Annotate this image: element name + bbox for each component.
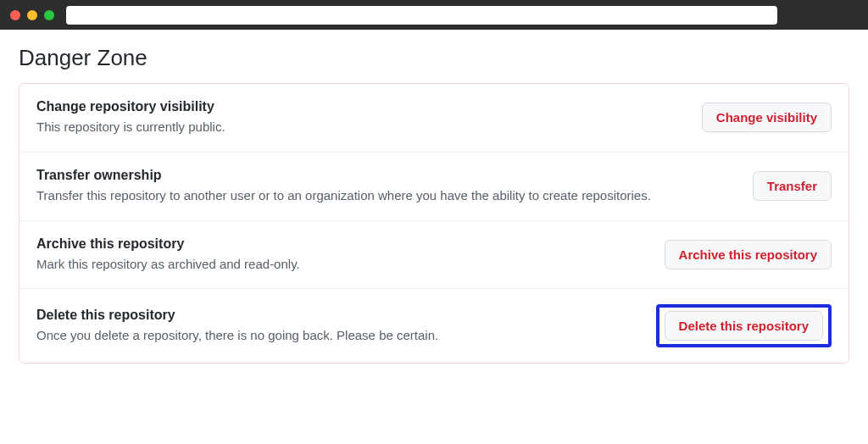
row-text: Transfer ownership Transfer this reposit… bbox=[36, 168, 736, 205]
archive-repository-button[interactable]: Archive this repository bbox=[665, 240, 832, 269]
window-controls bbox=[10, 10, 54, 20]
change-visibility-row: Change repository visibility This reposi… bbox=[19, 84, 849, 153]
page-title: Danger Zone bbox=[19, 45, 849, 71]
transfer-button[interactable]: Transfer bbox=[753, 171, 832, 201]
row-title: Change repository visibility bbox=[36, 99, 685, 114]
row-text: Change repository visibility This reposi… bbox=[36, 99, 685, 136]
delete-button-highlight: Delete this repository bbox=[656, 304, 832, 347]
close-window-button[interactable] bbox=[10, 10, 20, 20]
row-desc: This repository is currently public. bbox=[36, 118, 685, 136]
archive-repository-row: Archive this repository Mark this reposi… bbox=[19, 221, 849, 290]
maximize-window-button[interactable] bbox=[44, 10, 54, 20]
window-titlebar bbox=[0, 0, 868, 30]
row-text: Delete this repository Once you delete a… bbox=[36, 308, 639, 345]
row-title: Delete this repository bbox=[36, 308, 639, 323]
row-desc: Mark this repository as archived and rea… bbox=[36, 255, 648, 274]
minimize-window-button[interactable] bbox=[27, 10, 37, 20]
danger-zone-box: Change repository visibility This reposi… bbox=[19, 83, 849, 364]
address-bar[interactable] bbox=[66, 6, 777, 25]
row-title: Transfer ownership bbox=[36, 168, 736, 183]
row-desc: Once you delete a repository, there is n… bbox=[36, 326, 639, 345]
transfer-ownership-row: Transfer ownership Transfer this reposit… bbox=[19, 153, 849, 221]
delete-repository-button[interactable]: Delete this repository bbox=[665, 311, 823, 341]
row-desc: Transfer this repository to another user… bbox=[36, 186, 736, 205]
change-visibility-button[interactable]: Change visibility bbox=[702, 103, 832, 132]
page-content: Danger Zone Change repository visibility… bbox=[0, 30, 868, 379]
row-title: Archive this repository bbox=[36, 236, 648, 252]
row-text: Archive this repository Mark this reposi… bbox=[36, 236, 648, 274]
delete-repository-row: Delete this repository Once you delete a… bbox=[19, 289, 849, 363]
